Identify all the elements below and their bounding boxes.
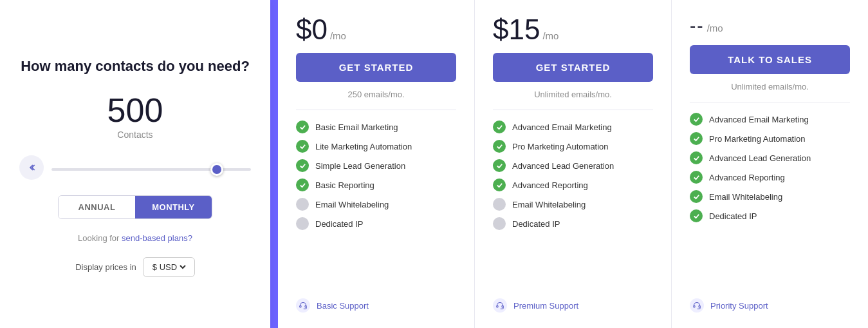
support-item-enterprise: Priority Support	[690, 293, 850, 313]
pricing-area: $0/moGET STARTED250 emails/mo.Basic Emai…	[278, 0, 868, 328]
feature-label: Email Whitelabeling	[709, 192, 782, 202]
excluded-dot	[493, 198, 506, 211]
price-period-starter: /mo	[542, 30, 559, 41]
feature-item: Pro Marketing Automation	[493, 140, 653, 153]
price-amount-enterprise: --	[690, 15, 705, 36]
support-label: Basic Support	[317, 301, 369, 311]
svg-rect-0	[300, 305, 301, 307]
check-icon	[493, 140, 506, 153]
emails-info-enterprise: Unlimited emails/mo.	[690, 82, 850, 102]
display-prices-label: Display prices in	[75, 262, 136, 272]
feature-item: Advanced Email Marketing	[493, 121, 653, 133]
contacts-label: Contacts	[107, 130, 163, 140]
feature-item: Basic Reporting	[296, 178, 456, 191]
check-icon	[296, 178, 309, 191]
feature-item: Dedicated IP	[296, 217, 456, 230]
billing-monthly-option[interactable]: MONTHLY	[135, 196, 212, 218]
plan-column-starter: $15/moGET STARTEDUnlimited emails/mo.Adv…	[475, 0, 672, 328]
price-row-free: $0/mo	[296, 15, 456, 44]
svg-rect-4	[694, 305, 695, 307]
check-icon	[493, 159, 506, 172]
excluded-dot	[296, 217, 309, 230]
feature-item: Simple Lead Generation	[296, 159, 456, 172]
feature-label: Dedicated IP	[709, 211, 757, 221]
headset-icon	[296, 298, 310, 313]
check-icon	[690, 132, 703, 145]
check-icon	[690, 190, 703, 203]
support-item-free: Basic Support	[296, 293, 456, 313]
check-icon	[296, 140, 309, 153]
feature-label: Pro Marketing Automation	[709, 134, 806, 144]
feature-label: Advanced Lead Generation	[512, 161, 614, 171]
check-icon	[690, 209, 703, 222]
feature-label: Advanced Reporting	[709, 173, 785, 182]
features-list-free: Basic Email MarketingLite Marketing Auto…	[296, 121, 456, 293]
feature-label: Simple Lead Generation	[315, 161, 405, 171]
plan-column-free: $0/moGET STARTED250 emails/mo.Basic Emai…	[278, 0, 475, 328]
features-list-starter: Advanced Email MarketingPro Marketing Au…	[493, 121, 653, 293]
excluded-dot	[493, 217, 506, 230]
feature-label: Advanced Email Marketing	[709, 115, 809, 124]
feature-item: Basic Email Marketing	[296, 121, 456, 133]
feature-item: Email Whitelabeling	[690, 190, 850, 203]
feature-label: Email Whitelabeling	[512, 200, 586, 209]
feature-item: Dedicated IP	[690, 209, 850, 222]
svg-rect-5	[699, 305, 700, 307]
feature-label: Email Whitelabeling	[315, 200, 389, 209]
cta-button-enterprise[interactable]: TALK TO SALES	[690, 45, 850, 74]
feature-item: Lite Marketing Automation	[296, 140, 456, 153]
feature-label: Basic Email Marketing	[315, 122, 398, 132]
support-label: Priority Support	[710, 301, 768, 311]
billing-annual-option[interactable]: ANNUAL	[59, 196, 135, 218]
feature-item: Advanced Lead Generation	[690, 151, 850, 164]
feature-label: Advanced Lead Generation	[709, 153, 811, 163]
feature-item: Email Whitelabeling	[493, 198, 653, 211]
headset-icon	[493, 298, 507, 313]
plan-column-enterprise: --/moTALK TO SALESUnlimited emails/mo.Ad…	[672, 0, 868, 328]
check-icon	[690, 151, 703, 164]
price-amount-starter: $15	[493, 15, 540, 44]
check-icon	[690, 171, 703, 184]
slider-nav-button[interactable]	[19, 155, 44, 180]
price-period-enterprise: /mo	[707, 23, 723, 34]
emails-info-starter: Unlimited emails/mo.	[493, 90, 653, 110]
cta-button-free[interactable]: GET STARTED	[296, 53, 456, 82]
price-amount-free: $0	[296, 15, 328, 44]
slider-wrapper	[51, 162, 251, 173]
features-list-enterprise: Advanced Email MarketingPro Marketing Au…	[690, 113, 850, 293]
currency-select-wrapper[interactable]: $ USD € EUR £ GBP	[143, 257, 195, 277]
contacts-slider[interactable]	[51, 168, 251, 171]
check-icon	[493, 178, 506, 191]
left-panel: How many contacts do you need? 500 Conta…	[0, 0, 270, 328]
display-prices-row: Display prices in $ USD € EUR £ GBP	[75, 257, 195, 277]
contacts-question: How many contacts do you need?	[21, 57, 250, 76]
feature-label: Advanced Email Marketing	[512, 122, 612, 132]
feature-label: Dedicated IP	[512, 219, 560, 229]
feature-item: Dedicated IP	[493, 217, 653, 230]
check-icon	[296, 121, 309, 133]
contacts-number: 500	[107, 93, 163, 127]
support-label: Premium Support	[513, 301, 578, 311]
contacts-display: 500 Contacts	[107, 93, 163, 151]
headset-icon	[690, 298, 704, 313]
excluded-dot	[296, 198, 309, 211]
support-item-starter: Premium Support	[493, 293, 653, 313]
feature-label: Dedicated IP	[315, 219, 363, 229]
feature-item: Pro Marketing Automation	[690, 132, 850, 145]
check-icon	[296, 159, 309, 172]
feature-label: Pro Marketing Automation	[512, 142, 609, 151]
price-period-free: /mo	[330, 30, 346, 41]
check-icon	[493, 121, 506, 133]
currency-select[interactable]: $ USD € EUR £ GBP	[150, 262, 188, 273]
cta-button-starter[interactable]: GET STARTED	[493, 53, 653, 82]
accent-bar	[270, 0, 278, 328]
price-row-enterprise: --/mo	[690, 15, 850, 36]
svg-rect-2	[497, 305, 498, 307]
feature-item: Advanced Reporting	[690, 171, 850, 184]
send-based-link[interactable]: send-based plans?	[122, 233, 192, 243]
send-based-text: Looking for send-based plans?	[78, 233, 192, 243]
feature-item: Email Whitelabeling	[296, 198, 456, 211]
billing-toggle: ANNUAL MONTHLY	[58, 195, 212, 219]
emails-info-free: 250 emails/mo.	[296, 90, 456, 110]
feature-item: Advanced Lead Generation	[493, 159, 653, 172]
